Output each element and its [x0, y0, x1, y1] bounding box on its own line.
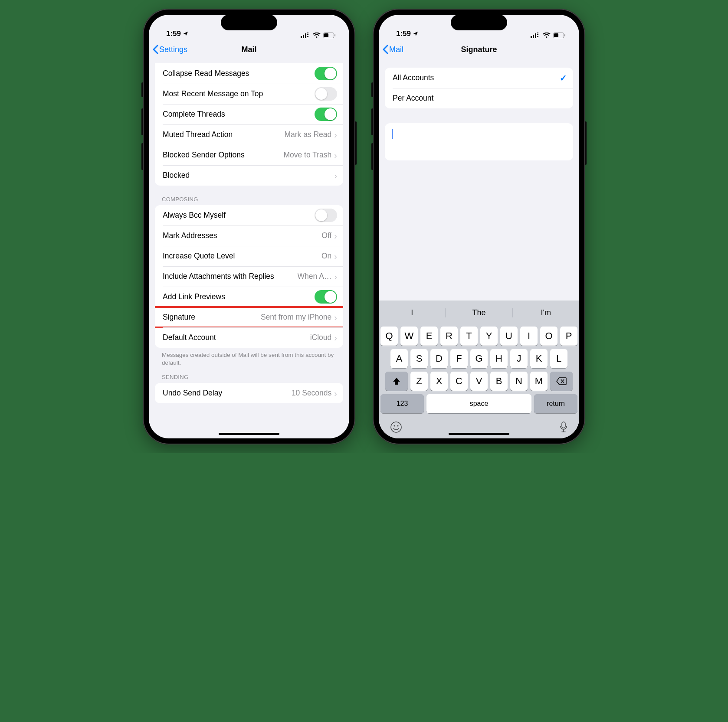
back-button[interactable]: Settings — [149, 45, 187, 54]
suggestion-1[interactable]: I — [379, 308, 445, 317]
mic-icon — [559, 421, 568, 433]
toggle-link-previews[interactable] — [315, 290, 337, 304]
row-default-account[interactable]: Default Account iCloud › — [155, 327, 343, 348]
key-e[interactable]: E — [420, 327, 438, 346]
key-v[interactable]: V — [470, 372, 488, 391]
svg-point-21 — [394, 425, 395, 426]
toggle-complete-threads[interactable] — [315, 108, 337, 121]
suggestion-2[interactable]: The — [445, 308, 512, 317]
signature-textarea[interactable] — [385, 123, 573, 160]
svg-rect-0 — [301, 36, 302, 38]
location-icon — [183, 31, 189, 37]
key-s[interactable]: S — [410, 349, 428, 368]
svg-rect-9 — [334, 34, 335, 36]
back-button[interactable]: Mail — [379, 45, 403, 54]
key-a[interactable]: A — [390, 349, 408, 368]
sending-header: SENDING — [149, 367, 349, 383]
svg-rect-5 — [307, 36, 308, 37]
row-mark-addresses[interactable]: Mark Addresses Off › — [155, 225, 343, 246]
svg-rect-14 — [537, 34, 538, 35]
svg-rect-8 — [324, 33, 328, 37]
key-k[interactable]: K — [530, 349, 548, 368]
composing-group: Always Bcc Myself Mark Addresses Off › I… — [155, 205, 343, 348]
toggle-collapse-read[interactable] — [315, 67, 337, 80]
svg-rect-16 — [537, 38, 538, 38]
row-complete-threads[interactable]: Complete Threads — [155, 104, 343, 124]
key-r[interactable]: R — [440, 327, 458, 346]
key-t[interactable]: T — [460, 327, 478, 346]
key-f[interactable]: F — [450, 349, 468, 368]
phone-right: 1:59 Mail Signature All Accounts ✓ — [373, 9, 585, 444]
svg-rect-23 — [562, 422, 565, 428]
key-backspace[interactable] — [550, 372, 573, 391]
row-signature[interactable]: Signature Sent from my iPhone › — [155, 307, 343, 327]
sending-group: Undo Send Delay 10 Seconds › — [155, 383, 343, 403]
dictation-button[interactable] — [559, 421, 568, 433]
row-per-account[interactable]: Per Account — [385, 88, 573, 108]
key-c[interactable]: C — [450, 372, 468, 391]
key-p[interactable]: P — [560, 327, 577, 346]
svg-rect-18 — [554, 33, 558, 37]
key-y[interactable]: Y — [480, 327, 498, 346]
threading-group: Collapse Read Messages Most Recent Messa… — [155, 63, 343, 186]
key-n[interactable]: N — [510, 372, 528, 391]
chevron-right-icon: › — [334, 313, 337, 322]
key-l[interactable]: L — [550, 349, 567, 368]
chevron-left-icon — [382, 45, 388, 54]
key-m[interactable]: M — [530, 372, 548, 391]
suggestion-3[interactable]: I'm — [512, 308, 579, 317]
row-undo-delay[interactable]: Undo Send Delay 10 Seconds › — [155, 383, 343, 403]
key-i[interactable]: I — [520, 327, 538, 346]
row-recent-top[interactable]: Most Recent Message on Top — [155, 84, 343, 104]
row-blocked-options[interactable]: Blocked Sender Options Move to Trash › — [155, 145, 343, 165]
nav-bar: Settings Mail — [149, 40, 349, 59]
toggle-bcc-myself[interactable] — [315, 209, 337, 222]
keyboard-suggestions: I The I'm — [379, 303, 579, 322]
row-bcc-myself[interactable]: Always Bcc Myself — [155, 205, 343, 225]
key-numbers[interactable]: 123 — [380, 394, 424, 413]
status-time: 1:59 — [166, 29, 181, 38]
shift-icon — [392, 377, 401, 386]
key-j[interactable]: J — [510, 349, 528, 368]
row-include-attachments[interactable]: Include Attachments with Replies When A…… — [155, 266, 343, 287]
chevron-right-icon: › — [334, 252, 337, 261]
battery-icon — [553, 33, 565, 38]
cellular-icon — [301, 33, 310, 38]
key-q[interactable]: Q — [380, 327, 398, 346]
row-collapse-read[interactable]: Collapse Read Messages — [155, 63, 343, 84]
home-indicator[interactable] — [219, 433, 279, 435]
row-muted-action[interactable]: Muted Thread Action Mark as Read › — [155, 124, 343, 145]
row-blocked[interactable]: Blocked › — [155, 165, 343, 186]
wifi-icon — [543, 33, 551, 38]
dynamic-island — [451, 15, 507, 30]
home-indicator[interactable] — [449, 433, 509, 435]
key-u[interactable]: U — [500, 327, 518, 346]
key-d[interactable]: D — [430, 349, 448, 368]
svg-rect-15 — [537, 36, 538, 37]
svg-rect-10 — [531, 36, 532, 38]
svg-rect-2 — [305, 33, 306, 38]
chevron-right-icon: › — [334, 151, 337, 160]
page-title: Signature — [379, 45, 579, 54]
key-x[interactable]: X — [430, 372, 448, 391]
key-w[interactable]: W — [400, 327, 418, 346]
key-return[interactable]: return — [534, 394, 577, 413]
key-b[interactable]: B — [490, 372, 508, 391]
key-z[interactable]: Z — [410, 372, 428, 391]
row-quote-level[interactable]: Increase Quote Level On › — [155, 246, 343, 266]
key-o[interactable]: O — [540, 327, 557, 346]
svg-rect-3 — [307, 33, 308, 33]
key-space[interactable]: space — [426, 394, 531, 413]
chevron-right-icon: › — [334, 131, 337, 139]
emoji-button[interactable] — [390, 421, 402, 433]
row-all-accounts[interactable]: All Accounts ✓ — [385, 68, 573, 88]
key-shift[interactable] — [385, 372, 408, 391]
key-h[interactable]: H — [490, 349, 508, 368]
toggle-recent-top[interactable] — [315, 87, 337, 101]
row-link-previews[interactable]: Add Link Previews — [155, 287, 343, 307]
svg-rect-1 — [303, 35, 304, 38]
svg-point-20 — [391, 422, 401, 432]
emoji-icon — [390, 421, 402, 433]
key-g[interactable]: G — [470, 349, 488, 368]
svg-rect-12 — [535, 33, 536, 38]
